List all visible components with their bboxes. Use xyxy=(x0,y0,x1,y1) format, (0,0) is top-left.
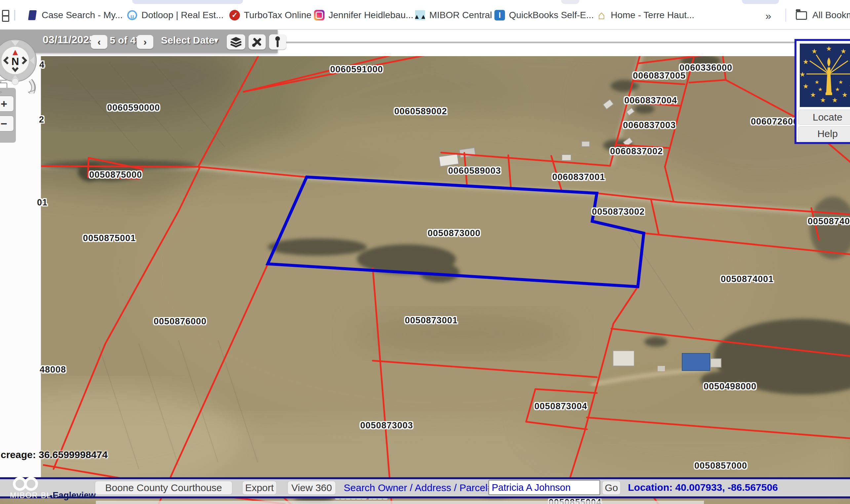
svg-text:★: ★ xyxy=(835,87,840,92)
imagery-date: 03/11/2025 xyxy=(42,34,95,46)
mibor-blc-logo xyxy=(9,474,46,494)
all-bookmarks-button[interactable]: All Bookmarks xyxy=(812,9,850,21)
pin-icon xyxy=(274,36,281,48)
side-panel-icon[interactable] xyxy=(2,10,11,20)
bottom-edge-strip xyxy=(96,501,704,504)
svg-text:★: ★ xyxy=(838,79,843,85)
export-button[interactable]: Export xyxy=(242,481,277,495)
turbotax-favicon: ✓ xyxy=(229,10,240,20)
bookmark-mibor[interactable]: ▲▲ MIBOR Central xyxy=(415,9,492,21)
compass-north-label: N xyxy=(11,55,19,67)
dotloop-favicon: u xyxy=(127,10,138,20)
quickbooks-favicon: I xyxy=(494,10,505,20)
select-date-dropdown[interactable]: Select Date xyxy=(161,35,214,46)
layers-icon xyxy=(230,36,242,48)
case-search-favicon xyxy=(27,10,38,20)
svg-text:★: ★ xyxy=(827,83,831,89)
svg-text:★: ★ xyxy=(820,96,826,104)
courthouse-button[interactable]: Boone County Courthouse xyxy=(95,481,232,495)
bookmarks-overflow-chevron[interactable]: » xyxy=(765,10,771,22)
search-label: Search Owner / Address / Parcel#: xyxy=(344,482,496,493)
svg-text:★: ★ xyxy=(842,91,848,98)
tools-button[interactable] xyxy=(249,34,266,50)
bookmarks-separator xyxy=(14,10,15,20)
date-position: 5 of 47 xyxy=(110,35,141,46)
streetview-pin-button[interactable] xyxy=(269,34,286,50)
tab-remnant xyxy=(132,0,243,4)
bookmark-quickbooks[interactable]: I QuickBooks Self-E... xyxy=(494,9,594,21)
instagram-favicon xyxy=(314,10,324,20)
location-readout: Location: 40.007933, -86.567506 xyxy=(628,482,778,493)
home-favicon: ⌂ xyxy=(596,10,607,20)
browser-bookmarks-bar: Case Search - My... u Dotloop | Real Est… xyxy=(0,0,850,30)
folder-icon xyxy=(796,11,807,20)
svg-text:★: ★ xyxy=(832,96,838,104)
mibor-favicon: ▲▲ xyxy=(415,10,425,20)
compass-control[interactable]: N xyxy=(0,37,42,93)
bookmark-instagram[interactable]: Jennifer Heidlebau... xyxy=(314,9,413,21)
svg-text:★: ★ xyxy=(815,79,819,85)
zoom-out-button[interactable]: − xyxy=(0,115,14,131)
aerial-map[interactable] xyxy=(0,56,850,504)
select-date-caret[interactable]: ▾ xyxy=(214,36,218,45)
eagleview-text: -Eagleview xyxy=(50,490,96,501)
layers-button[interactable] xyxy=(227,34,245,50)
zoom-in-button[interactable]: + xyxy=(0,96,14,112)
bookmark-home[interactable]: ⌂ Home - Terre Haut... xyxy=(596,9,694,21)
gis-parcel-viewer: 4201006059100000605900000060589002006083… xyxy=(0,0,850,504)
locate-button[interactable]: Locate xyxy=(798,110,850,125)
acreage-readout: creage: 36.6599998474 xyxy=(1,449,108,461)
svg-text:★: ★ xyxy=(811,48,817,55)
field-texture xyxy=(0,56,850,504)
footer-toolbar: MIBOR BLC -Eagleview Boone County Courth… xyxy=(0,477,850,498)
go-button[interactable]: Go xyxy=(602,481,621,495)
svg-text:★: ★ xyxy=(800,71,805,78)
view-360-button[interactable]: View 360 xyxy=(287,481,336,495)
indiana-flag: ★★★ ★★ ★★ ★★ ★★ ★★ ★★ ★★ ★ xyxy=(800,43,850,107)
svg-text:★: ★ xyxy=(810,91,816,98)
prev-date-button[interactable]: ‹ xyxy=(91,35,107,49)
map-top-divider xyxy=(278,42,850,43)
svg-text:★: ★ xyxy=(818,87,822,92)
search-input[interactable] xyxy=(489,480,600,495)
tools-icon xyxy=(251,36,263,48)
locator-panel: ★★★ ★★ ★★ ★★ ★★ ★★ ★★ ★★ ★ Locate Help xyxy=(795,39,850,144)
svg-text:★: ★ xyxy=(826,45,832,52)
bookmarks-separator xyxy=(785,8,786,22)
bookmark-case-search[interactable]: Case Search - My... xyxy=(27,9,123,21)
bookmark-turbotax[interactable]: ✓ TurboTax Online xyxy=(229,9,311,21)
tab-remnant xyxy=(561,0,579,4)
svg-text:★: ★ xyxy=(840,48,846,55)
bookmark-dotloop[interactable]: u Dotloop | Real Est... xyxy=(127,9,224,21)
svg-text:★: ★ xyxy=(803,58,809,66)
next-date-button[interactable]: › xyxy=(137,35,153,49)
svg-text:★: ★ xyxy=(803,83,809,90)
help-button[interactable]: Help xyxy=(798,126,850,141)
tab-remnant xyxy=(742,0,779,4)
